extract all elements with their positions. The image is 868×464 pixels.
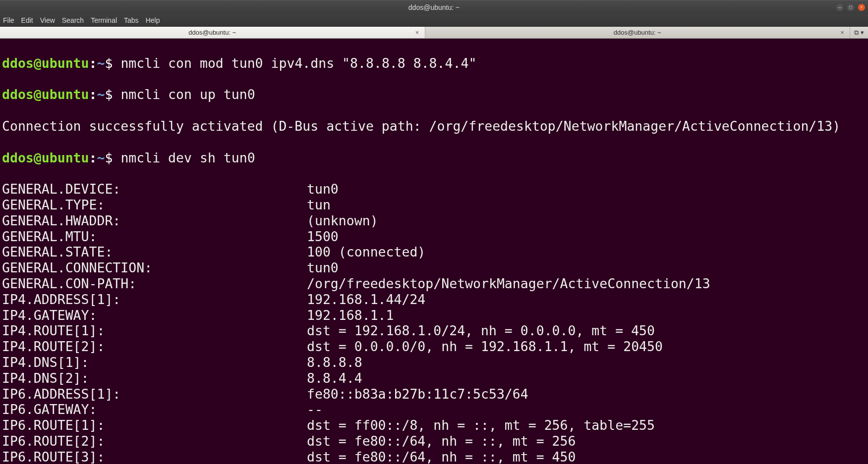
- menu-tabs[interactable]: Tabs: [124, 16, 139, 24]
- device-info-row: IP6.ROUTE[1]:dst = ff00::/8, nh = ::, mt…: [2, 417, 866, 433]
- menu-file[interactable]: File: [3, 16, 14, 24]
- device-info-row: IP4.ADDRESS[1]:192.168.1.44/24: [2, 292, 866, 308]
- device-info-row: IP4.GATEWAY:192.168.1.1: [2, 308, 866, 323]
- device-info-row: IP4.ROUTE[1]:dst = 192.168.1.0/24, nh = …: [2, 323, 866, 339]
- device-info-row: GENERAL.MTU:1500: [2, 229, 866, 245]
- prompt-user: ddos: [2, 150, 34, 165]
- window-title: ddos@ubuntu: ~: [408, 3, 460, 11]
- device-info-value: 192.168.1.1: [307, 308, 394, 323]
- device-info-key: GENERAL.CON-PATH:: [2, 276, 307, 292]
- device-info-value: --: [307, 402, 323, 417]
- tab-overflow[interactable]: ⧉ ▾: [850, 27, 868, 38]
- prompt-at: @: [34, 55, 42, 71]
- prompt-symbol: $: [105, 150, 120, 165]
- device-info-row: GENERAL.CONNECTION:tun0: [2, 260, 866, 276]
- device-info-value: dst = 192.168.1.0/24, nh = 0.0.0.0, mt =…: [307, 323, 655, 338]
- command-text: nmcli con mod tun0 ipv4.dns "8.8.8.8 8.8…: [120, 55, 476, 71]
- device-info-key: IP4.ROUTE[1]:: [2, 323, 307, 339]
- menu-edit[interactable]: Edit: [21, 16, 33, 24]
- maximize-icon[interactable]: □: [847, 4, 854, 11]
- device-info-row: IP4.DNS[2]:8.8.4.4: [2, 370, 866, 386]
- device-info-row: GENERAL.DEVICE:tun0: [2, 181, 866, 197]
- device-info-row: IP6.ROUTE[3]:dst = fe80::/64, nh = ::, m…: [2, 449, 866, 464]
- prompt-colon: :: [89, 55, 97, 71]
- device-info-value: fe80::b83a:b27b:11c7:5c53/64: [307, 386, 528, 402]
- prompt-colon: :: [89, 150, 97, 165]
- terminal-output: Connection successfully activated (D-Bus…: [2, 118, 866, 134]
- device-info-value: dst = fe80::/64, nh = ::, mt = 256: [307, 433, 576, 449]
- device-info-value: tun0: [307, 260, 339, 275]
- device-info-value: 1500: [307, 229, 339, 244]
- device-info-row: IP4.ROUTE[2]:dst = 0.0.0.0/0, nh = 192.1…: [2, 339, 866, 355]
- window-controls: – □ ×: [836, 4, 865, 11]
- prompt-path: ~: [97, 87, 105, 102]
- new-tab-icon[interactable]: ⧉: [854, 29, 859, 37]
- menubar: File Edit View Search Terminal Tabs Help: [0, 14, 868, 27]
- device-info-row: GENERAL.HWADDR:(unknown): [2, 213, 866, 229]
- device-info-row: IP6.GATEWAY:--: [2, 402, 866, 417]
- prompt-user: ddos: [2, 55, 34, 71]
- device-info-value: 192.168.1.44/24: [307, 292, 425, 307]
- tab-1[interactable]: ddos@ubuntu: ~ ×: [0, 27, 425, 38]
- device-info-row: GENERAL.TYPE:tun: [2, 197, 866, 213]
- prompt-at: @: [34, 87, 42, 102]
- prompt-symbol: $: [105, 55, 120, 71]
- device-info-row: GENERAL.CON-PATH:/org/freedesktop/Networ…: [2, 276, 866, 292]
- terminal-line: ddos@ubuntu:~$ nmcli con mod tun0 ipv4.d…: [2, 55, 866, 71]
- terminal-viewport[interactable]: ddos@ubuntu:~$ nmcli con mod tun0 ipv4.d…: [0, 39, 868, 464]
- prompt-path: ~: [97, 150, 105, 165]
- device-info-key: IP6.ROUTE[3]:: [2, 449, 307, 464]
- menu-search[interactable]: Search: [62, 16, 84, 24]
- device-info-key: GENERAL.TYPE:: [2, 197, 307, 213]
- menu-help[interactable]: Help: [146, 16, 160, 24]
- prompt-colon: :: [89, 87, 97, 102]
- tab-menu-icon[interactable]: ▾: [861, 29, 864, 36]
- device-info-value: tun: [307, 197, 331, 212]
- tab-2[interactable]: ddos@ubuntu: ~ ×: [425, 27, 851, 38]
- device-info-value: (unknown): [307, 213, 378, 228]
- device-info-value: dst = ff00::/8, nh = ::, mt = 256, table…: [307, 417, 655, 433]
- tab-close-icon[interactable]: ×: [839, 29, 846, 36]
- tab-close-icon[interactable]: ×: [414, 29, 421, 36]
- prompt-host: ubuntu: [42, 87, 89, 102]
- device-info-key: IP6.ADDRESS[1]:: [2, 386, 307, 402]
- device-info-key: IP4.ADDRESS[1]:: [2, 292, 307, 308]
- device-info-key: GENERAL.CONNECTION:: [2, 260, 307, 276]
- device-info-key: IP6.ROUTE[1]:: [2, 417, 307, 433]
- window-titlebar: ddos@ubuntu: ~ – □ ×: [0, 0, 868, 14]
- device-info-key: GENERAL.DEVICE:: [2, 181, 307, 197]
- prompt-at: @: [34, 150, 42, 165]
- menu-terminal[interactable]: Terminal: [91, 16, 117, 24]
- device-info-row: GENERAL.STATE:100 (connected): [2, 244, 866, 260]
- device-info-key: IP6.ROUTE[2]:: [2, 433, 307, 449]
- prompt-user: ddos: [2, 87, 34, 102]
- tab-label: ddos@ubuntu: ~: [614, 29, 661, 36]
- minimize-icon[interactable]: –: [836, 4, 843, 11]
- device-info-value: /org/freedesktop/NetworkManager/ActiveCo…: [307, 276, 710, 291]
- device-info-value: 8.8.8.8: [307, 355, 362, 370]
- tab-label: ddos@ubuntu: ~: [188, 29, 236, 36]
- command-text: nmcli dev sh tun0: [120, 150, 255, 165]
- device-info-key: IP4.DNS[2]:: [2, 370, 307, 386]
- device-info-key: IP4.GATEWAY:: [2, 308, 307, 323]
- close-icon[interactable]: ×: [858, 4, 865, 11]
- tabbar: ddos@ubuntu: ~ × ddos@ubuntu: ~ × ⧉ ▾: [0, 27, 868, 39]
- device-info-row: IP6.ROUTE[2]:dst = fe80::/64, nh = ::, m…: [2, 433, 866, 449]
- menu-view[interactable]: View: [40, 16, 55, 24]
- terminal-line: ddos@ubuntu:~$ nmcli dev sh tun0: [2, 150, 866, 166]
- terminal-line: ddos@ubuntu:~$ nmcli con up tun0: [2, 87, 866, 103]
- prompt-host: ubuntu: [42, 150, 89, 165]
- command-text: nmcli con up tun0: [120, 87, 255, 102]
- prompt-path: ~: [97, 55, 105, 71]
- device-info-key: GENERAL.MTU:: [2, 229, 307, 245]
- device-info-row: IP4.DNS[1]:8.8.8.8: [2, 355, 866, 370]
- device-info-key: GENERAL.STATE:: [2, 244, 307, 260]
- device-info-value: tun0: [307, 181, 339, 197]
- device-info-value: 100 (connected): [307, 244, 425, 259]
- device-info-value: dst = fe80::/64, nh = ::, mt = 450: [307, 449, 576, 464]
- device-info-key: IP4.DNS[1]:: [2, 355, 307, 370]
- prompt-host: ubuntu: [42, 55, 89, 71]
- device-info-row: IP6.ADDRESS[1]:fe80::b83a:b27b:11c7:5c53…: [2, 386, 866, 402]
- device-info-value: 8.8.4.4: [307, 370, 362, 386]
- device-info-key: IP4.ROUTE[2]:: [2, 339, 307, 355]
